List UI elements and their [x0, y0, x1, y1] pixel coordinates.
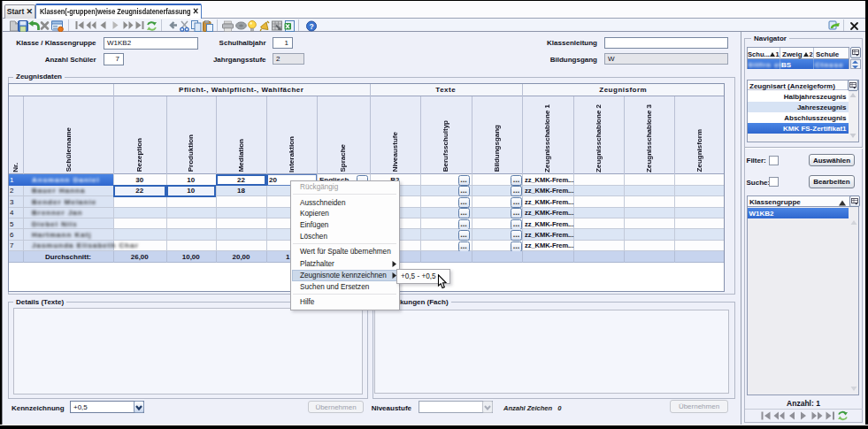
svg-text:?: ?	[309, 21, 313, 30]
